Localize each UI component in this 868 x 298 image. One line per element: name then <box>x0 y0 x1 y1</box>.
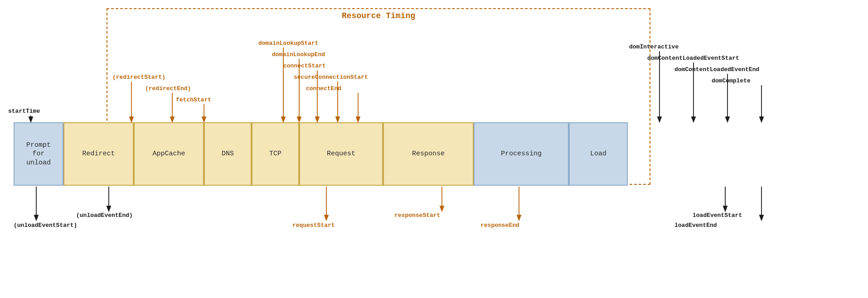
box-load: Load <box>569 122 628 186</box>
label-unloadeventend: (unloadEventEnd) <box>76 212 133 219</box>
label-domcontentloadedeventend: domContentLoadedEventEnd <box>674 66 759 73</box>
label-loadeventend: loadEventEnd <box>674 222 717 229</box>
boxes-row: Promptforunload Redirect AppCache DNS TC… <box>14 122 628 186</box>
label-connectend: connectEnd <box>306 85 341 92</box>
box-prompt: Promptforunload <box>14 122 63 186</box>
resource-timing-label: Resource Timing <box>337 11 420 20</box>
box-dns: DNS <box>204 122 252 186</box>
box-tcp: TCP <box>252 122 299 186</box>
box-request: Request <box>299 122 383 186</box>
label-connectstart: connectStart <box>283 62 326 69</box>
box-processing: Processing <box>474 122 569 186</box>
label-loadeventstart: loadEventStart <box>693 212 742 219</box>
diagram-container: Resource Timing <box>0 0 868 298</box>
label-domcomplete: domComplete <box>712 77 751 84</box>
label-dominteractive: domInteractive <box>629 43 679 50</box>
box-response: Response <box>383 122 474 186</box>
label-domainlookupend: domainLookupEnd <box>272 51 325 58</box>
label-redirectend: (redirectEnd) <box>145 85 191 92</box>
label-responsestart: responseStart <box>394 212 440 219</box>
label-requeststart: requestStart <box>292 222 335 229</box>
box-appcache: AppCache <box>134 122 204 186</box>
label-redirectstart: (redirectStart) <box>112 74 165 81</box>
label-responseend: responseEnd <box>480 222 519 229</box>
label-starttime: startTime <box>8 108 40 115</box>
label-secureconnectionstart: secureConnectionStart <box>294 74 368 81</box>
label-unloadeventstart: (unloadEventStart) <box>14 222 77 229</box>
label-domainlookupstart: domainLookupStart <box>258 40 319 47</box>
box-redirect: Redirect <box>63 122 134 186</box>
label-domcontentloadedeventstart: domContentLoadedEventStart <box>647 55 739 62</box>
label-fetchstart: fetchStart <box>176 96 211 103</box>
